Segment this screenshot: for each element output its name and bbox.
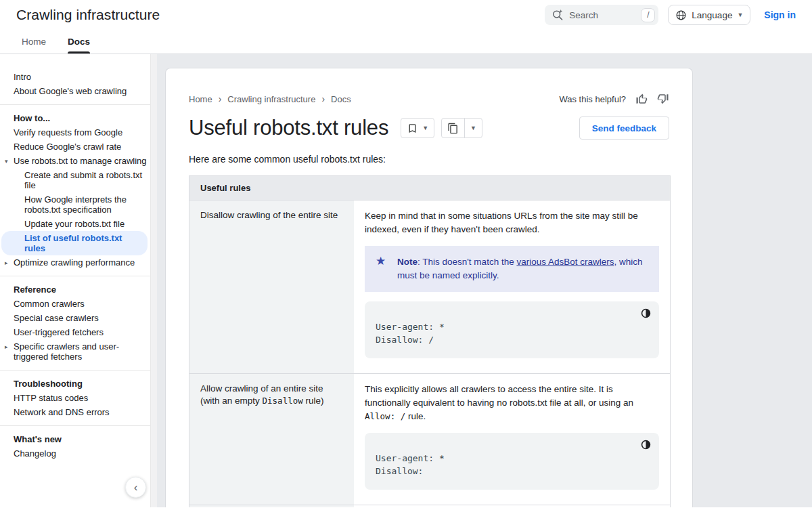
nav-heading-reference: Reference — [0, 282, 157, 297]
sidebar-item-user-fetchers[interactable]: User-triggered fetchers — [0, 325, 157, 339]
sidebar-item-http-codes[interactable]: HTTP status codes — [0, 391, 157, 405]
nav-section-howto: How to... Verify requests from Google Re… — [0, 104, 157, 276]
nav-section-reference: Reference Common crawlers Special case c… — [0, 276, 157, 370]
chevron-right-icon: › — [219, 93, 222, 104]
article-card: Home › Crawling infrastructure › Docs Wa… — [165, 68, 693, 507]
description-text: rule. — [405, 411, 426, 421]
sidebar-item-use-robots[interactable]: ▾Use robots.txt to manage crawling — [0, 154, 157, 168]
top-header: Crawling infrastructure Search / Languag… — [0, 0, 812, 30]
search-icon — [551, 9, 564, 21]
description-text: This explicitly allows all crawlers to a… — [365, 384, 633, 408]
sidebar-item-useful-rules[interactable]: List of useful robots.txt rules — [1, 231, 148, 255]
globe-icon — [675, 9, 687, 21]
table-row: Disallow crawling of the entire site Kee… — [189, 200, 670, 373]
tab-home[interactable]: Home — [11, 30, 57, 54]
sidebar-item-create-submit[interactable]: Create and submit a robots.txt file — [0, 168, 157, 192]
helpful-question: Was this helpful? — [559, 94, 626, 104]
sidebar-item-specific-crawlers[interactable]: ▸Specific crawlers and user-triggered fe… — [0, 339, 157, 364]
code-theme-toggle-icon[interactable] — [640, 308, 652, 319]
product-title: Crawling infrastructure — [16, 7, 160, 23]
thumb-down-icon[interactable] — [657, 93, 669, 105]
rule-cell: Disallow crawling of a directory and its… — [189, 505, 354, 507]
inline-code: Allow: / — [365, 411, 405, 421]
left-nav: Intro About Google's web crawling How to… — [0, 54, 157, 507]
breadcrumb-docs[interactable]: Docs — [331, 94, 351, 104]
sidebar-scrollbar[interactable] — [150, 54, 157, 507]
note-text: : This doesn't match the — [418, 257, 516, 267]
description-cell: Keep in mind that in some situations URL… — [354, 200, 670, 373]
code-snippet: User-agent: * Disallow: — [376, 452, 648, 478]
nav-heading-troubleshooting: Troubleshooting — [0, 377, 157, 391]
tab-docs[interactable]: Docs — [57, 30, 101, 54]
code-theme-toggle-icon[interactable] — [640, 439, 652, 450]
chevron-down-icon: ▼ — [737, 12, 743, 18]
chevron-left-icon: ‹ — [134, 481, 138, 494]
note-label: Note — [397, 257, 418, 267]
breadcrumb-home[interactable]: Home — [189, 94, 212, 104]
table-header: Useful rules — [189, 176, 670, 200]
collapse-sidebar-button[interactable]: ‹ — [125, 477, 146, 498]
collapsed-arrow-icon: ▸ — [5, 342, 8, 352]
nav-section-troubleshooting: Troubleshooting HTTP status codes Networ… — [0, 370, 157, 425]
expanded-arrow-icon: ▾ — [5, 156, 8, 167]
sidebar-item-reduce[interactable]: Reduce Google's crawl rate — [0, 140, 157, 154]
collapsed-arrow-icon: ▸ — [5, 258, 8, 268]
sidebar-item-common-crawlers[interactable]: Common crawlers — [0, 297, 157, 311]
code-snippet: User-agent: * Disallow: / — [376, 320, 648, 346]
search-input[interactable]: Search / — [545, 5, 658, 25]
rule-description: Keep in mind that in some situations URL… — [365, 209, 659, 236]
inline-code: Disallow — [263, 396, 303, 406]
rule-cell: Disallow crawling of the entire site — [189, 200, 354, 373]
sidebar-item-interprets[interactable]: How Google interprets the robots.txt spe… — [0, 192, 157, 217]
copy-icon — [447, 123, 459, 134]
table-row: Disallow crawling of a directory and its… — [189, 505, 670, 507]
note-callout: ★ Note: This doesn't match the various A… — [365, 246, 659, 292]
signin-button[interactable]: Sign in — [764, 9, 796, 20]
sidebar-item-intro[interactable]: Intro — [0, 70, 157, 84]
bookmark-button[interactable]: ▼ — [401, 118, 434, 138]
nav-section-whats-new: What's new Changelog — [0, 425, 157, 467]
chevron-down-icon: ▼ — [422, 125, 428, 131]
table-row: Allow crawling of an entire site (with a… — [189, 373, 670, 505]
search-placeholder: Search — [569, 10, 641, 20]
nav-section-intro: Intro About Google's web crawling — [0, 64, 157, 104]
rule-text: rule) — [303, 396, 324, 406]
helpful-widget: Was this helpful? — [559, 93, 669, 105]
description-cell: Append a forward slash to the directory … — [354, 505, 670, 507]
content-area: Home › Crawling infrastructure › Docs Wa… — [157, 54, 812, 507]
star-icon: ★ — [376, 255, 386, 268]
page-title: Useful robots.txt rules — [189, 116, 388, 140]
chevron-down-icon: ▼ — [470, 125, 476, 131]
sidebar-item-verify[interactable]: Verify requests from Google — [0, 125, 157, 140]
sidebar-item-special-crawlers[interactable]: Special case crawlers — [0, 311, 157, 325]
code-block: User-agent: * Disallow: / — [365, 301, 659, 358]
bookmark-icon — [407, 123, 418, 134]
search-shortcut-badge: / — [641, 8, 655, 22]
nav-heading-whats-new: What's new — [0, 432, 157, 446]
rule-cell: Allow crawling of an entire site (with a… — [189, 374, 354, 505]
sidebar-item-network-dns[interactable]: Network and DNS errors — [0, 405, 157, 419]
copy-action[interactable] — [442, 119, 464, 137]
sidebar-item-about[interactable]: About Google's web crawling — [0, 84, 157, 98]
section-tabbar: Home Docs — [0, 30, 812, 54]
chevron-right-icon: › — [321, 93, 325, 104]
description-cell: This explicitly allows all crawlers to a… — [354, 374, 670, 505]
sidebar-item-update[interactable]: Update your robots.txt file — [0, 217, 157, 231]
breadcrumb: Home › Crawling infrastructure › Docs — [189, 93, 351, 104]
intro-paragraph: Here are some common useful robots.txt r… — [189, 154, 669, 165]
rule-description: This explicitly allows all crawlers to a… — [365, 383, 659, 423]
code-block: User-agent: * Disallow: — [365, 433, 659, 490]
thumb-up-icon[interactable] — [635, 93, 648, 105]
header-actions: Search / Language ▼ Sign in — [545, 5, 796, 25]
sidebar-item-changelog[interactable]: Changelog — [0, 446, 157, 461]
language-selector[interactable]: Language ▼ — [668, 5, 750, 25]
copy-link-button[interactable]: ▼ — [441, 118, 482, 138]
send-feedback-button[interactable]: Send feedback — [579, 117, 669, 140]
sidebar-item-optimize[interactable]: ▸Optimize crawling performance — [0, 255, 157, 270]
copy-menu-toggle[interactable]: ▼ — [465, 119, 482, 137]
adsbot-crawlers-link[interactable]: various AdsBot crawlers — [516, 257, 614, 267]
language-label: Language — [692, 10, 732, 20]
nav-heading-howto: How to... — [0, 111, 157, 125]
breadcrumb-product[interactable]: Crawling infrastructure — [227, 94, 315, 104]
useful-rules-table: Useful rules Disallow crawling of the en… — [189, 175, 671, 507]
